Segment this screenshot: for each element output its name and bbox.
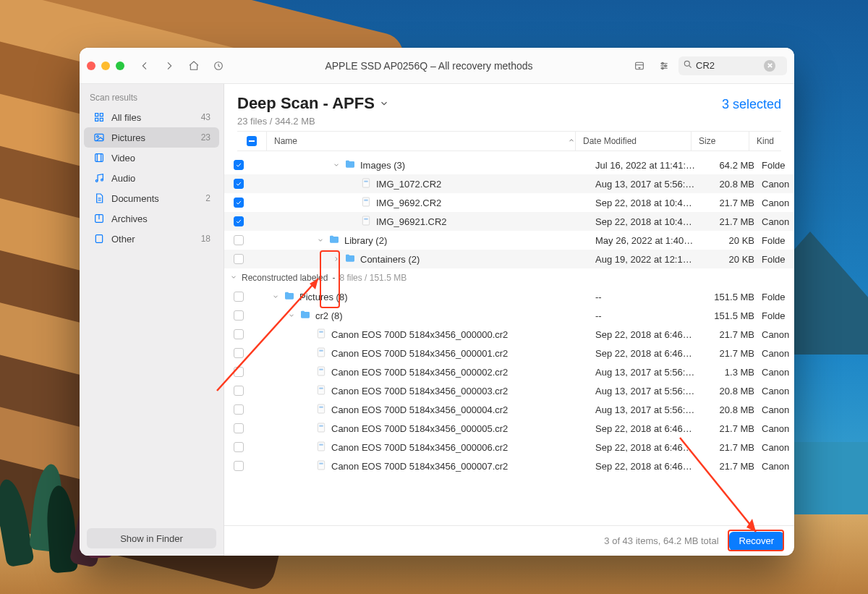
- file-icon: [315, 347, 327, 360]
- svg-rect-45: [318, 423, 324, 432]
- row-size: 21.7 MB: [704, 329, 762, 340]
- disclosure-right-icon[interactable]: [333, 255, 340, 263]
- rescan-button[interactable]: [208, 56, 229, 76]
- table-row[interactable]: Canon EOS 700D 5184x3456_000003.cr2Aug 1…: [224, 381, 794, 400]
- select-all-checkbox[interactable]: [247, 136, 257, 146]
- back-button[interactable]: [135, 56, 155, 76]
- column-kind[interactable]: Kind: [749, 132, 781, 150]
- column-date[interactable]: Date Modified: [575, 132, 691, 150]
- sidebar-item-other[interactable]: Other18: [84, 229, 219, 249]
- table-row[interactable]: Canon EOS 700D 5184x3456_000006.cr2Sep 2…: [224, 438, 794, 457]
- row-checkbox[interactable]: [234, 198, 244, 208]
- sidebar-item-archives[interactable]: Archives: [84, 208, 219, 229]
- svg-rect-39: [318, 367, 324, 376]
- svg-rect-17: [95, 134, 103, 140]
- search-input[interactable]: [696, 60, 761, 71]
- row-kind: Folde: [762, 254, 794, 265]
- filter-button[interactable]: [654, 56, 674, 76]
- row-checkbox[interactable]: [234, 254, 244, 264]
- svg-rect-34: [364, 218, 367, 219]
- scan-method-dropdown[interactable]: [379, 98, 389, 111]
- row-size: 64.2 MB: [704, 160, 762, 171]
- file-list[interactable]: Images (3)Jul 16, 2022 at 11:41:…64.2 MB…: [224, 156, 794, 525]
- row-kind: Canon: [762, 386, 794, 396]
- disclosure-down-icon[interactable]: [272, 293, 279, 300]
- row-name: Canon EOS 700D 5184x3456_000005.cr2: [331, 423, 508, 434]
- zoom-window-button[interactable]: [116, 61, 124, 70]
- row-checkbox[interactable]: [234, 216, 244, 226]
- sidebar-item-count: 18: [201, 234, 210, 244]
- row-kind: Canon: [762, 404, 794, 415]
- row-name: Pictures (8): [299, 292, 347, 302]
- row-name: Canon EOS 700D 5184x3456_000001.cr2: [331, 348, 508, 359]
- svg-point-23: [101, 179, 103, 181]
- row-size: 20.8 MB: [704, 386, 762, 396]
- row-kind: Folde: [762, 160, 794, 171]
- table-row[interactable]: IMG_1072.CR2Aug 13, 2017 at 5:56:…20.8 M…: [224, 174, 794, 193]
- show-in-finder-button[interactable]: Show in Finder: [87, 528, 216, 548]
- table-row[interactable]: Containers (2)Aug 19, 2022 at 12:1…20 KB…: [224, 250, 794, 268]
- folder-icon: [284, 290, 295, 304]
- file-icon: [315, 441, 327, 454]
- search-box[interactable]: [678, 56, 787, 75]
- sidebar-item-documents[interactable]: Documents2: [84, 188, 219, 208]
- svg-rect-35: [318, 329, 324, 338]
- forward-button[interactable]: [159, 56, 179, 76]
- svg-rect-19: [95, 154, 103, 162]
- row-checkbox[interactable]: [234, 386, 244, 396]
- disclosure-down-icon[interactable]: [288, 312, 295, 319]
- table-row[interactable]: Canon EOS 700D 5184x3456_000000.cr2Sep 2…: [224, 325, 794, 344]
- row-checkbox[interactable]: [234, 292, 244, 302]
- table-row[interactable]: Library (2)May 26, 2022 at 1:40…20 KBFol…: [224, 231, 794, 250]
- recover-button[interactable]: Recover: [729, 532, 784, 551]
- table-row[interactable]: cr2 (8)--151.5 MBFolde: [224, 306, 794, 325]
- row-checkbox[interactable]: [234, 461, 244, 471]
- view-options-button[interactable]: [629, 56, 650, 76]
- row-kind: Canon: [762, 216, 794, 227]
- table-row[interactable]: IMG_96921.CR2Sep 22, 2018 at 10:4…21.7 M…: [224, 212, 794, 231]
- disclosure-down-icon[interactable]: [333, 161, 340, 169]
- sidebar-item-all-files[interactable]: All files43: [84, 107, 219, 127]
- disclosure-down-icon[interactable]: [317, 237, 324, 244]
- minimize-window-button[interactable]: [101, 61, 110, 70]
- table-row[interactable]: Images (3)Jul 16, 2022 at 11:41:…64.2 MB…: [224, 156, 794, 174]
- row-size: 151.5 MB: [704, 292, 762, 302]
- chevron-down-icon: [230, 273, 237, 283]
- clear-search-button[interactable]: [764, 60, 775, 72]
- column-size[interactable]: Size: [691, 132, 749, 150]
- film-icon: [93, 151, 106, 164]
- table-row[interactable]: Pictures (8)--151.5 MBFolde: [224, 287, 794, 306]
- table-row[interactable]: Canon EOS 700D 5184x3456_000005.cr2Sep 2…: [224, 419, 794, 438]
- file-icon: [315, 403, 327, 417]
- sidebar-item-count: 43: [201, 112, 210, 122]
- table-row[interactable]: IMG_9692.CR2Sep 22, 2018 at 10:4…21.7 MB…: [224, 193, 794, 212]
- table-row[interactable]: Canon EOS 700D 5184x3456_000007.cr2Sep 2…: [224, 457, 794, 475]
- sidebar-item-video[interactable]: Video: [84, 148, 219, 168]
- file-icon: [315, 422, 327, 436]
- row-checkbox[interactable]: [234, 404, 244, 415]
- row-checkbox[interactable]: [234, 235, 244, 245]
- svg-rect-47: [318, 442, 324, 451]
- column-name-label: Name: [274, 136, 297, 146]
- table-row[interactable]: Canon EOS 700D 5184x3456_000002.cr2Aug 1…: [224, 362, 794, 381]
- table-row[interactable]: Canon EOS 700D 5184x3456_000001.cr2Sep 2…: [224, 344, 794, 362]
- row-checkbox[interactable]: [234, 310, 244, 321]
- sidebar-item-label: Video: [111, 153, 135, 164]
- row-checkbox[interactable]: [234, 423, 244, 433]
- home-button[interactable]: [184, 56, 204, 76]
- group-header[interactable]: Reconstructed labeled - 8 files / 151.5 …: [224, 268, 794, 287]
- svg-rect-13: [95, 114, 98, 116]
- sidebar-item-pictures[interactable]: Pictures23: [84, 127, 219, 148]
- row-checkbox[interactable]: [234, 160, 244, 170]
- row-checkbox[interactable]: [234, 442, 244, 452]
- row-checkbox[interactable]: [234, 329, 244, 339]
- row-checkbox[interactable]: [234, 348, 244, 358]
- row-checkbox[interactable]: [234, 367, 244, 377]
- row-date: Aug 13, 2017 at 5:56:…: [588, 367, 704, 378]
- sidebar-item-audio[interactable]: Audio: [84, 168, 219, 188]
- table-row[interactable]: Canon EOS 700D 5184x3456_000004.cr2Aug 1…: [224, 400, 794, 419]
- close-window-button[interactable]: [87, 61, 95, 70]
- row-name: Canon EOS 700D 5184x3456_000007.cr2: [331, 461, 508, 472]
- row-checkbox[interactable]: [234, 179, 244, 189]
- column-name[interactable]: Name: [266, 132, 575, 150]
